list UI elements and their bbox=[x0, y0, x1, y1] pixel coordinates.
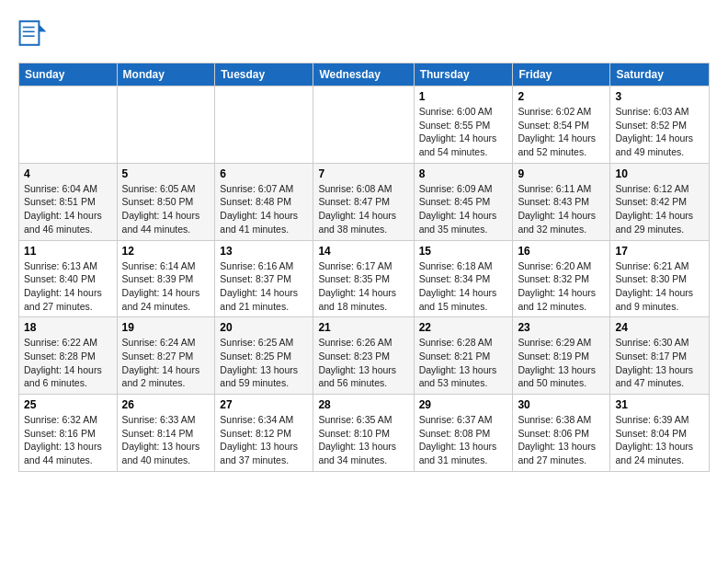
day-info: Sunrise: 6:03 AM Sunset: 8:52 PM Dayligh… bbox=[615, 105, 704, 159]
day-number: 9 bbox=[518, 167, 605, 180]
calendar-cell: 2Sunrise: 6:02 AM Sunset: 8:54 PM Daylig… bbox=[513, 86, 610, 164]
calendar-cell: 31Sunrise: 6:39 AM Sunset: 8:04 PM Dayli… bbox=[610, 395, 710, 472]
day-info: Sunrise: 6:13 AM Sunset: 8:40 PM Dayligh… bbox=[24, 259, 112, 314]
day-info: Sunrise: 6:00 AM Sunset: 8:55 PM Dayligh… bbox=[419, 105, 508, 159]
calendar-cell: 11Sunrise: 6:13 AM Sunset: 8:40 PM Dayli… bbox=[19, 240, 118, 317]
weekday-header-saturday: Saturday bbox=[610, 63, 710, 86]
day-number: 22 bbox=[419, 321, 508, 334]
calendar-cell: 23Sunrise: 6:29 AM Sunset: 8:19 PM Dayli… bbox=[513, 317, 610, 395]
day-info: Sunrise: 6:12 AM Sunset: 8:42 PM Dayligh… bbox=[615, 182, 704, 236]
day-number: 29 bbox=[419, 398, 508, 411]
calendar-cell: 14Sunrise: 6:17 AM Sunset: 8:35 PM Dayli… bbox=[313, 240, 414, 317]
calendar-cell: 15Sunrise: 6:18 AM Sunset: 8:34 PM Dayli… bbox=[414, 240, 513, 317]
calendar-week-2: 4Sunrise: 6:04 AM Sunset: 8:51 PM Daylig… bbox=[19, 163, 710, 240]
day-number: 4 bbox=[24, 167, 112, 180]
calendar-cell: 26Sunrise: 6:33 AM Sunset: 8:14 PM Dayli… bbox=[117, 395, 215, 472]
day-info: Sunrise: 6:28 AM Sunset: 8:21 PM Dayligh… bbox=[419, 336, 508, 390]
calendar-cell: 17Sunrise: 6:21 AM Sunset: 8:30 PM Dayli… bbox=[610, 240, 710, 317]
calendar-cell bbox=[117, 86, 215, 164]
svg-rect-0 bbox=[18, 18, 48, 48]
day-info: Sunrise: 6:09 AM Sunset: 8:45 PM Dayligh… bbox=[419, 182, 508, 236]
calendar-cell: 5Sunrise: 6:05 AM Sunset: 8:50 PM Daylig… bbox=[117, 163, 215, 240]
calendar-cell bbox=[19, 86, 118, 164]
calendar-cell: 24Sunrise: 6:30 AM Sunset: 8:17 PM Dayli… bbox=[610, 317, 710, 395]
weekday-header-wednesday: Wednesday bbox=[313, 63, 414, 86]
day-number: 30 bbox=[518, 398, 605, 411]
day-number: 16 bbox=[518, 245, 605, 258]
day-number: 11 bbox=[24, 245, 112, 258]
calendar-cell: 16Sunrise: 6:20 AM Sunset: 8:32 PM Dayli… bbox=[513, 240, 610, 317]
day-number: 17 bbox=[615, 245, 704, 258]
weekday-header-thursday: Thursday bbox=[414, 63, 513, 86]
day-info: Sunrise: 6:29 AM Sunset: 8:19 PM Dayligh… bbox=[518, 336, 605, 390]
calendar-cell: 20Sunrise: 6:25 AM Sunset: 8:25 PM Dayli… bbox=[215, 317, 313, 395]
weekday-header-row: SundayMondayTuesdayWednesdayThursdayFrid… bbox=[19, 63, 710, 86]
day-info: Sunrise: 6:33 AM Sunset: 8:14 PM Dayligh… bbox=[122, 413, 210, 467]
day-number: 7 bbox=[318, 167, 408, 180]
day-number: 28 bbox=[318, 398, 408, 411]
calendar-cell: 19Sunrise: 6:24 AM Sunset: 8:27 PM Dayli… bbox=[117, 317, 215, 395]
calendar-table: SundayMondayTuesdayWednesdayThursdayFrid… bbox=[18, 63, 710, 472]
day-number: 19 bbox=[122, 321, 210, 334]
day-info: Sunrise: 6:39 AM Sunset: 8:04 PM Dayligh… bbox=[615, 413, 704, 467]
calendar-cell: 22Sunrise: 6:28 AM Sunset: 8:21 PM Dayli… bbox=[414, 317, 513, 395]
calendar-cell: 4Sunrise: 6:04 AM Sunset: 8:51 PM Daylig… bbox=[19, 163, 118, 240]
day-number: 1 bbox=[419, 90, 508, 103]
day-number: 2 bbox=[518, 90, 605, 103]
day-number: 25 bbox=[24, 398, 112, 411]
day-info: Sunrise: 6:05 AM Sunset: 8:50 PM Dayligh… bbox=[122, 182, 210, 236]
calendar-cell: 27Sunrise: 6:34 AM Sunset: 8:12 PM Dayli… bbox=[215, 395, 313, 472]
day-info: Sunrise: 6:21 AM Sunset: 8:30 PM Dayligh… bbox=[615, 259, 704, 314]
calendar-cell: 13Sunrise: 6:16 AM Sunset: 8:37 PM Dayli… bbox=[215, 240, 313, 317]
day-number: 14 bbox=[318, 245, 408, 258]
calendar-week-4: 18Sunrise: 6:22 AM Sunset: 8:28 PM Dayli… bbox=[19, 317, 710, 395]
day-number: 15 bbox=[419, 245, 508, 258]
calendar-week-3: 11Sunrise: 6:13 AM Sunset: 8:40 PM Dayli… bbox=[19, 240, 710, 317]
page-header bbox=[18, 18, 710, 48]
day-info: Sunrise: 6:16 AM Sunset: 8:37 PM Dayligh… bbox=[220, 259, 308, 314]
day-info: Sunrise: 6:20 AM Sunset: 8:32 PM Dayligh… bbox=[518, 259, 605, 314]
day-info: Sunrise: 6:02 AM Sunset: 8:54 PM Dayligh… bbox=[518, 105, 605, 159]
calendar-body: 1Sunrise: 6:00 AM Sunset: 8:55 PM Daylig… bbox=[19, 86, 710, 472]
day-info: Sunrise: 6:08 AM Sunset: 8:47 PM Dayligh… bbox=[318, 182, 408, 236]
calendar-cell: 10Sunrise: 6:12 AM Sunset: 8:42 PM Dayli… bbox=[610, 163, 710, 240]
logo bbox=[18, 18, 51, 48]
calendar-cell: 21Sunrise: 6:26 AM Sunset: 8:23 PM Dayli… bbox=[313, 317, 414, 395]
day-info: Sunrise: 6:24 AM Sunset: 8:27 PM Dayligh… bbox=[122, 336, 210, 390]
day-number: 13 bbox=[220, 245, 308, 258]
day-number: 12 bbox=[122, 245, 210, 258]
day-info: Sunrise: 6:25 AM Sunset: 8:25 PM Dayligh… bbox=[220, 336, 308, 390]
day-info: Sunrise: 6:37 AM Sunset: 8:08 PM Dayligh… bbox=[419, 413, 508, 467]
day-info: Sunrise: 6:34 AM Sunset: 8:12 PM Dayligh… bbox=[220, 413, 308, 467]
day-number: 3 bbox=[615, 90, 704, 103]
day-info: Sunrise: 6:17 AM Sunset: 8:35 PM Dayligh… bbox=[318, 259, 408, 314]
calendar-cell: 6Sunrise: 6:07 AM Sunset: 8:48 PM Daylig… bbox=[215, 163, 313, 240]
calendar-cell bbox=[215, 86, 313, 164]
day-number: 8 bbox=[419, 167, 508, 180]
calendar-cell: 18Sunrise: 6:22 AM Sunset: 8:28 PM Dayli… bbox=[19, 317, 118, 395]
weekday-header-friday: Friday bbox=[513, 63, 610, 86]
calendar-cell: 7Sunrise: 6:08 AM Sunset: 8:47 PM Daylig… bbox=[313, 163, 414, 240]
calendar-cell: 9Sunrise: 6:11 AM Sunset: 8:43 PM Daylig… bbox=[513, 163, 610, 240]
calendar-cell: 1Sunrise: 6:00 AM Sunset: 8:55 PM Daylig… bbox=[414, 86, 513, 164]
day-info: Sunrise: 6:04 AM Sunset: 8:51 PM Dayligh… bbox=[24, 182, 112, 236]
calendar-cell: 29Sunrise: 6:37 AM Sunset: 8:08 PM Dayli… bbox=[414, 395, 513, 472]
calendar-cell: 12Sunrise: 6:14 AM Sunset: 8:39 PM Dayli… bbox=[117, 240, 215, 317]
day-number: 23 bbox=[518, 321, 605, 334]
day-number: 6 bbox=[220, 167, 308, 180]
day-info: Sunrise: 6:22 AM Sunset: 8:28 PM Dayligh… bbox=[24, 336, 112, 390]
calendar-week-5: 25Sunrise: 6:32 AM Sunset: 8:16 PM Dayli… bbox=[19, 395, 710, 472]
calendar-header: SundayMondayTuesdayWednesdayThursdayFrid… bbox=[19, 63, 710, 86]
day-number: 27 bbox=[220, 398, 308, 411]
day-number: 26 bbox=[122, 398, 210, 411]
day-info: Sunrise: 6:32 AM Sunset: 8:16 PM Dayligh… bbox=[24, 413, 112, 467]
day-info: Sunrise: 6:14 AM Sunset: 8:39 PM Dayligh… bbox=[122, 259, 210, 314]
calendar-cell: 28Sunrise: 6:35 AM Sunset: 8:10 PM Dayli… bbox=[313, 395, 414, 472]
weekday-header-monday: Monday bbox=[117, 63, 215, 86]
day-info: Sunrise: 6:18 AM Sunset: 8:34 PM Dayligh… bbox=[419, 259, 508, 314]
day-number: 20 bbox=[220, 321, 308, 334]
day-number: 31 bbox=[615, 398, 704, 411]
calendar-cell bbox=[313, 86, 414, 164]
day-number: 24 bbox=[615, 321, 704, 334]
weekday-header-sunday: Sunday bbox=[19, 63, 118, 86]
